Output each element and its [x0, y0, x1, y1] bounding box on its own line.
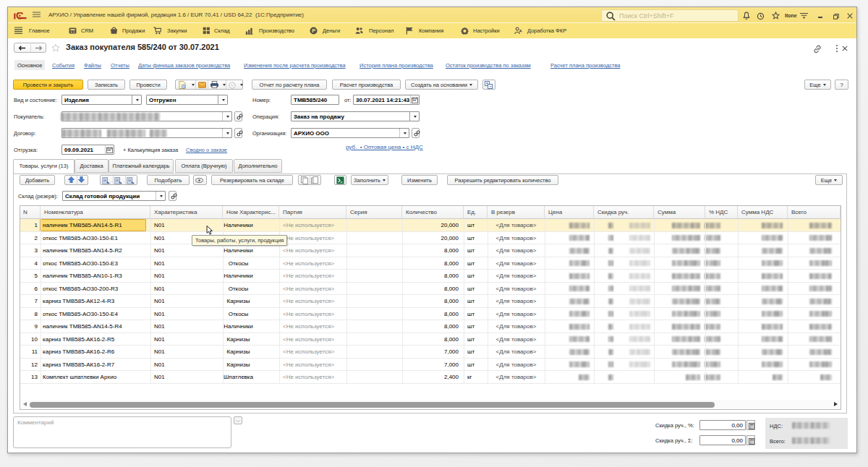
svg-text:Р: Р — [312, 27, 315, 34]
